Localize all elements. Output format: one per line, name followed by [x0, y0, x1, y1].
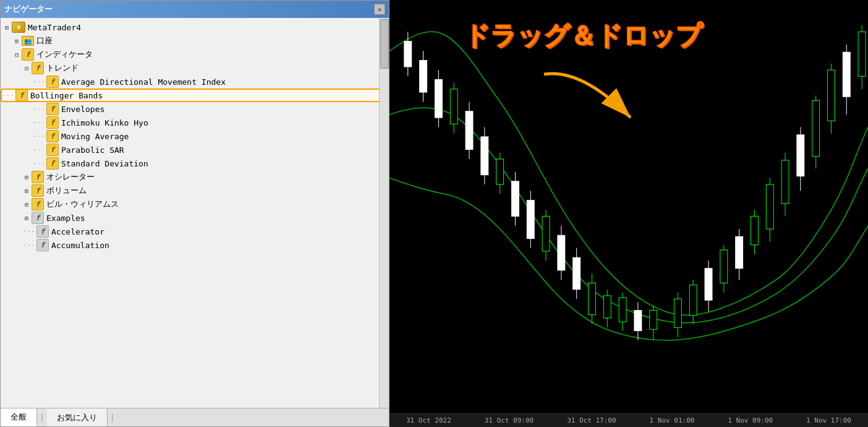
tree-label: Accumulation [51, 241, 109, 250]
tree-label: Examples [46, 214, 85, 223]
tree-item-std-dev[interactable]: ··· f Standard Deviation [1, 157, 389, 170]
svg-rect-9 [450, 89, 457, 124]
f-icon: f [46, 157, 59, 170]
close-button[interactable]: × [374, 4, 385, 15]
svg-rect-5 [420, 61, 427, 92]
f-icon: f [46, 130, 59, 142]
tree-item-accounts[interactable]: ⊞ 👥 口座 [1, 34, 389, 48]
svg-rect-31 [619, 298, 626, 322]
line-prefix: ··· [33, 105, 45, 113]
f-icon: f [46, 103, 59, 115]
svg-rect-15 [496, 159, 504, 184]
nav-scrollbar-thumb[interactable] [380, 19, 389, 69]
tree-item-parabolic-sar[interactable]: ··· f Parabolic SAR [1, 143, 389, 157]
account-icon: 🖥 [12, 22, 25, 33]
f-icon: f [32, 198, 44, 210]
tree-label: ビル・ウィリアムス [46, 199, 119, 210]
line-prefix: ··· [33, 146, 45, 154]
expand-icon[interactable]: ⊞ [3, 24, 11, 31]
tree-item-metatrader4[interactable]: ⊞ 🖥 MetaTrader4 [1, 20, 389, 34]
svg-rect-25 [573, 257, 581, 289]
navigator-panel: ナビゲーター × ⊞ 🖥 MetaTrader4 ⊞ 👥 口座 ⊟ f インディ… [0, 0, 389, 427]
tree-item-envelopes[interactable]: ··· f Envelopes [1, 102, 389, 116]
f-icon-gray: f [36, 225, 49, 238]
tree-item-examples[interactable]: ⊞ f Examples [1, 211, 389, 225]
axis-label-3: 1 Nov 01:00 [650, 416, 695, 425]
svg-rect-61 [858, 32, 866, 76]
tree-item-williams[interactable]: ⊞ f ビル・ウィリアムス [1, 197, 389, 211]
expand-icon[interactable]: ⊞ [23, 215, 30, 222]
tree-item-oscillator[interactable]: ⊞ f オシレーター [1, 170, 389, 184]
nav-title: ナビゲーター [4, 4, 53, 15]
tree-label: Parabolic SAR [61, 145, 124, 155]
svg-rect-21 [542, 216, 550, 251]
f-icon-gray: f [32, 212, 44, 224]
expand-icon[interactable]: ⊞ [23, 174, 30, 181]
tree-item-indicators[interactable]: ⊟ f インディケータ [1, 48, 389, 61]
line-prefix: ··· [23, 228, 35, 236]
tab-all[interactable]: 全般 [1, 408, 37, 426]
expand-icon[interactable]: ⊞ [23, 188, 30, 194]
drag-drop-arrow [532, 62, 686, 136]
tab-separator2: | [108, 408, 117, 426]
tree-item-volume[interactable]: ⊞ f ボリューム [1, 184, 389, 197]
f-icon: f [46, 75, 59, 88]
tree-item-avg-directional[interactable]: ··· f Average Directional Movement Index [1, 75, 389, 88]
tree-label: オシレーター [46, 171, 95, 183]
svg-rect-37 [674, 299, 681, 327]
tree-label: Accelerator [51, 227, 104, 236]
svg-rect-7 [435, 79, 442, 118]
expand-icon[interactable]: ⊟ [23, 65, 30, 72]
axis-label-5: 1 Nov 17:00 [806, 416, 851, 425]
svg-rect-35 [650, 311, 657, 330]
svg-rect-47 [751, 216, 758, 244]
nav-scrollbar[interactable] [379, 18, 389, 408]
tree-item-accelerator[interactable]: ··· f Accelerator [1, 225, 389, 238]
tree-label: ボリューム [46, 185, 87, 196]
line-prefix: ··· [2, 92, 14, 100]
tab-favorites[interactable]: お気に入り [47, 408, 108, 426]
tree-item-moving-avg[interactable]: ··· f Moving Average [1, 129, 389, 143]
svg-rect-39 [689, 285, 697, 315]
expand-icon[interactable]: ⊟ [13, 51, 20, 58]
f-icon: f [46, 144, 59, 156]
tree-label: Moving Average [61, 132, 129, 141]
nav-titlebar: ナビゲーター × [1, 1, 389, 18]
svg-rect-41 [705, 269, 712, 300]
svg-rect-27 [589, 283, 596, 314]
chart-panel: ドラッグ＆ドロップ [389, 0, 868, 427]
f-icon-gray: f [36, 239, 49, 251]
chart-axis: 31 Oct 2022 31 Oct 09:00 31 Oct 17:00 1 … [389, 413, 868, 427]
svg-rect-23 [558, 235, 565, 270]
tree-item-ichimoku[interactable]: ··· f Ichimoku Kinko Hyo [1, 116, 389, 129]
folder-icon: 👥 [22, 36, 34, 46]
svg-rect-29 [603, 296, 611, 318]
nav-tabs: 全般 | お気に入り | [1, 408, 389, 426]
svg-rect-53 [797, 135, 804, 176]
line-prefix: ··· [33, 160, 45, 168]
expand-icon[interactable]: ⊞ [13, 38, 20, 45]
nav-tree: ⊞ 🖥 MetaTrader4 ⊞ 👥 口座 ⊟ f インディケータ ⊟ f ト… [1, 18, 389, 408]
svg-rect-33 [634, 311, 642, 331]
tree-label: インディケータ [36, 49, 93, 60]
tree-label: トレンド [46, 63, 79, 74]
tree-item-bollinger[interactable]: ··· f Bollinger Bands [1, 88, 389, 102]
expand-icon[interactable]: ⊞ [23, 201, 30, 208]
tree-label: Envelopes [61, 105, 104, 114]
svg-rect-55 [812, 100, 820, 156]
line-prefix: ··· [23, 241, 35, 249]
tree-label: Standard Deviation [61, 159, 148, 168]
f-icon-bollinger: f [15, 89, 28, 101]
drag-drop-label: ドラッグ＆ドロップ [464, 19, 702, 53]
svg-rect-3 [404, 41, 412, 67]
svg-rect-11 [466, 111, 473, 150]
svg-rect-19 [527, 201, 534, 239]
tree-label: Average Directional Movement Index [61, 77, 226, 87]
svg-rect-13 [481, 137, 488, 175]
tab-separator: | [37, 408, 47, 426]
tree-item-accumulation[interactable]: ··· f Accumulation [1, 238, 389, 252]
tree-item-trend[interactable]: ⊟ f トレンド [1, 61, 389, 75]
svg-rect-57 [828, 70, 835, 121]
svg-rect-17 [511, 181, 519, 217]
line-prefix: ··· [33, 132, 45, 140]
